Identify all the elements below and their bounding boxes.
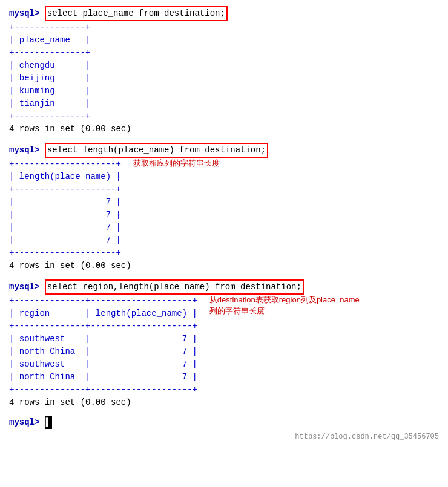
query-block-2: mysql> select length(place_name) from de… [9, 143, 439, 272]
table-with-annotation-2: +--------------------+ | length(place_na… [9, 158, 439, 260]
terminal-window: mysql> select place_name from destinatio… [9, 6, 439, 442]
table-row-3-0: | southwest | 7 | [9, 333, 197, 345]
table-row-3-2: | southwest | 7 | [9, 358, 197, 371]
command-line-3: mysql> select region,length(place_name) … [9, 279, 439, 295]
table-3: +--------------+--------------------+ | … [9, 295, 197, 396]
annotation-2: 获取相应列的字符串长度 [133, 158, 220, 169]
table-sep-top-3: +--------------+--------------------+ [9, 295, 197, 307]
table-header-2: | length(place_name) | [9, 171, 121, 183]
prompt-2: mysql> [9, 144, 45, 157]
table-row-1-3: | tianjin | [9, 97, 439, 110]
table-row-1-2: | kunming | [9, 85, 439, 97]
table-sep-bot-3: +--------------+--------------------+ [9, 384, 197, 396]
prompt-3: mysql> [9, 281, 45, 293]
table-with-annotation-3: +--------------+--------------------+ | … [9, 295, 439, 396]
table-row-3-1: | north China | 7 | [9, 345, 197, 358]
table-sep-mid-2: +--------------------+ [9, 183, 121, 196]
table-row-2-0: | 7 | [9, 196, 121, 209]
table-sep-bot-1: +--------------+ [9, 110, 439, 123]
table-sep-bot-2: +--------------------+ [9, 247, 121, 260]
table-row-2-3: | 7 | [9, 234, 121, 247]
table-row-1-0: | chengdu | [9, 59, 439, 72]
table-row-3-3: | north China | 7 | [9, 371, 197, 384]
table-row-2-1: | 7 | [9, 209, 121, 221]
result-1: 4 rows in set (0.00 sec) [9, 123, 439, 136]
table-row-2-2: | 7 | [9, 221, 121, 234]
query-block-3: mysql> select region,length(place_name) … [9, 279, 439, 409]
sql-command-2: select length(place_name) from destinati… [45, 143, 268, 158]
final-prompt: mysql> [9, 416, 45, 429]
table-sep-mid-3: +--------------+--------------------+ [9, 320, 197, 333]
cursor[interactable]: ▌ [45, 416, 52, 429]
table-sep-top-2: +--------------------+ [9, 158, 121, 171]
command-line-2: mysql> select length(place_name) from de… [9, 143, 439, 158]
query-block-1: mysql> select place_name from destinatio… [9, 6, 439, 136]
table-sep-mid-1: +--------------+ [9, 47, 439, 59]
table-sep-top-1: +--------------+ [9, 21, 439, 34]
sql-command-1: select place_name from destination; [45, 6, 228, 21]
final-prompt-line: mysql> ▌ [9, 416, 439, 429]
table-2: +--------------------+ | length(place_na… [9, 158, 121, 260]
prompt-1: mysql> [9, 7, 45, 20]
sql-command-3: select region,length(place_name) from de… [45, 279, 304, 295]
footer-url: https://blog.csdn.net/qq_35456705 [9, 431, 439, 442]
result-3: 4 rows in set (0.00 sec) [9, 396, 439, 409]
table-row-1-1: | beijing | [9, 72, 439, 85]
result-2: 4 rows in set (0.00 sec) [9, 260, 439, 272]
command-line-1: mysql> select place_name from destinatio… [9, 6, 439, 21]
annotation-3: 从destination表获取region列及place_name列的字符串长度 [209, 295, 361, 316]
table-header-3: | region | length(place_name) | [9, 307, 197, 320]
table-header-1: | place_name | [9, 34, 439, 47]
